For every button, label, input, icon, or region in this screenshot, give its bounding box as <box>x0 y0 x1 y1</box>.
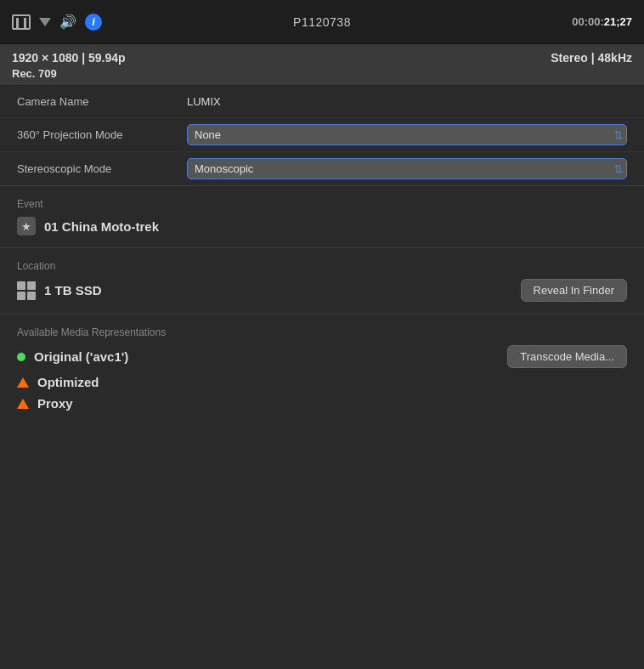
properties-table: Camera Name LUMIX 360° Projection Mode N… <box>0 86 644 186</box>
timecode: 00:00:21;27 <box>572 15 632 28</box>
toolbar: 🔊 i P1120738 00:00:21;27 <box>0 0 644 44</box>
grid-cell-3 <box>17 292 25 300</box>
camera-name-value: LUMIX <box>187 95 627 108</box>
speaker-icon[interactable]: 🔊 <box>59 14 76 30</box>
info-bar-row1: 1920 × 1080 | 59.94p Stereo | 48kHz <box>12 51 632 65</box>
reveal-in-finder-button[interactable]: Reveal In Finder <box>521 279 627 302</box>
stereo-mode-select[interactable]: Monoscopic Side by Side Over/Under <box>187 158 627 179</box>
filter-icon[interactable] <box>39 18 51 26</box>
event-section-label: Event <box>17 198 627 210</box>
storage-icon <box>17 281 36 300</box>
star-icon: ★ <box>17 217 36 235</box>
360-mode-select-wrapper[interactable]: None Equirectangular Cubemap ⇅ <box>187 124 627 145</box>
media-item-proxy: Proxy <box>17 396 627 411</box>
proxy-label: Proxy <box>37 396 73 411</box>
grid-cell-2 <box>27 281 36 290</box>
location-left: 1 TB SSD <box>17 281 102 300</box>
media-item-proxy-left: Proxy <box>17 396 73 411</box>
media-item-original-left: Original ('avc1') <box>17 349 128 364</box>
location-name: 1 TB SSD <box>44 283 102 298</box>
location-section-label: Location <box>17 260 627 272</box>
prop-row-camera-name: Camera Name LUMIX <box>0 86 644 118</box>
360-mode-select[interactable]: None Equirectangular Cubemap <box>187 124 627 145</box>
grid-cell-1 <box>17 281 25 290</box>
stereo-mode-label: Stereoscopic Mode <box>17 162 187 175</box>
resolution-label: 1920 × 1080 | 59.94p <box>12 51 126 65</box>
prop-row-stereo-mode: Stereoscopic Mode Monoscopic Side by Sid… <box>0 152 644 185</box>
event-row: ★ 01 China Moto-trek <box>17 217 627 235</box>
main-content: Camera Name LUMIX 360° Projection Mode N… <box>0 86 644 429</box>
media-section-label: Available Media Representations <box>17 326 627 338</box>
info-bar: 1920 × 1080 | 59.94p Stereo | 48kHz Rec.… <box>0 44 644 86</box>
location-row: 1 TB SSD Reveal In Finder <box>17 279 627 302</box>
grid-cell-4 <box>27 292 36 300</box>
transcode-media-button[interactable]: Transcode Media... <box>507 345 627 368</box>
event-name: 01 China Moto-trek <box>44 219 159 234</box>
media-item-original: Original ('avc1') Transcode Media... <box>17 345 627 368</box>
toolbar-title: P1120738 <box>293 15 351 29</box>
optimized-status-triangle <box>17 377 29 388</box>
prop-row-360-mode: 360° Projection Mode None Equirectangula… <box>0 118 644 152</box>
toolbar-left: 🔊 i <box>12 14 102 31</box>
stereo-mode-select-wrapper[interactable]: Monoscopic Side by Side Over/Under ⇅ <box>187 158 627 179</box>
media-section: Available Media Representations Original… <box>0 315 644 429</box>
media-item-optimized: Optimized <box>17 375 627 389</box>
audio-label: Stereo | 48kHz <box>551 51 632 65</box>
original-status-dot <box>17 353 25 361</box>
event-section: Event ★ 01 China Moto-trek <box>0 186 644 248</box>
original-label: Original ('avc1') <box>34 349 128 364</box>
color-profile: Rec. 709 <box>12 67 632 80</box>
location-section: Location 1 TB SSD Reveal In Finder <box>0 248 644 315</box>
film-icon[interactable] <box>12 14 31 30</box>
360-mode-label: 360° Projection Mode <box>17 128 187 141</box>
info-icon[interactable]: i <box>85 14 102 31</box>
camera-name-label: Camera Name <box>17 95 187 108</box>
proxy-status-triangle <box>17 399 29 409</box>
media-item-optimized-left: Optimized <box>17 375 99 389</box>
optimized-label: Optimized <box>37 375 99 389</box>
